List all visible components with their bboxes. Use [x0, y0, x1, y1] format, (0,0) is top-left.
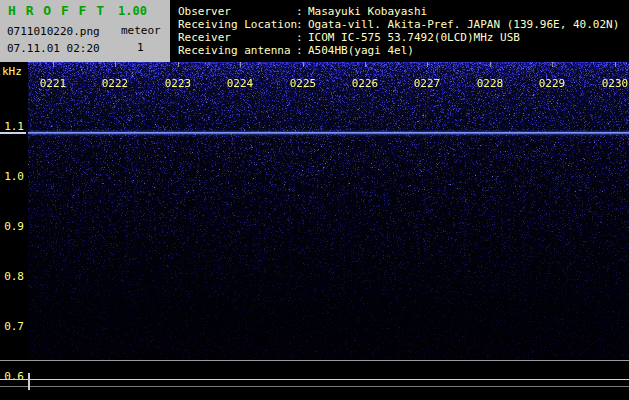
meta-separator: :: [296, 5, 308, 18]
app-title: H R O F F T: [8, 3, 105, 18]
y-tick-0.7: 0.7: [0, 321, 24, 333]
x-tick-0221: 0221: [38, 78, 68, 90]
x-tick-0224: 0224: [225, 78, 255, 90]
meta-value: Ogata-vill. Akita-Pref. JAPAN (139.96E, …: [308, 18, 619, 31]
x-tick-0226: 0226: [350, 78, 380, 90]
minute-tick: [490, 62, 491, 67]
echo-count: 1: [137, 41, 144, 54]
carrier-line: [28, 132, 629, 134]
signal-level-baseline-dim: [0, 386, 629, 387]
minute-tick: [365, 62, 366, 67]
minute-tick: [178, 62, 179, 67]
meta-separator: :: [296, 31, 308, 44]
minute-tick: [552, 62, 553, 67]
minute-tick: [115, 62, 116, 67]
y-tick-0.8: 0.8: [0, 271, 24, 283]
x-tick-0230: 0230: [600, 78, 629, 90]
meta-label: Receiver: [178, 31, 296, 44]
x-tick-0227: 0227: [412, 78, 442, 90]
spectrogram-noise-canvas: [28, 62, 629, 360]
meta-label: Receiving Location: [178, 18, 296, 31]
minute-tick: [427, 62, 428, 67]
minute-tick: [615, 62, 616, 67]
meta-row-location: Receiving Location:Ogata-vill. Akita-Pre…: [178, 18, 629, 31]
y-axis-unit-label: kHz: [2, 65, 22, 78]
meta-value: Masayuki Kobayashi: [308, 5, 427, 18]
minute-tick: [303, 62, 304, 67]
hrofft-screen: H R O F F T 1.00 0711010220.png meteor 0…: [0, 0, 629, 400]
timestamp: 07.11.01 02:20: [7, 42, 100, 55]
carrier-line-left-dash: [0, 132, 26, 134]
x-tick-0228: 0228: [475, 78, 505, 90]
signal-level-baseline-bright: [0, 379, 629, 380]
app-version: 1.00: [118, 4, 147, 18]
meta-separator: :: [296, 18, 308, 31]
meta-label: Observer: [178, 5, 296, 18]
x-tick-0223: 0223: [163, 78, 193, 90]
y-tick-1.0: 1.0: [0, 171, 24, 183]
meta-row-observer: Observer:Masayuki Kobayashi: [178, 5, 629, 18]
x-tick-0225: 0225: [288, 78, 318, 90]
app-info-panel: H R O F F T 1.00 0711010220.png meteor 0…: [0, 0, 170, 62]
meta-label: Receiving antenna: [178, 44, 296, 57]
meta-separator: :: [296, 44, 308, 57]
meta-row-receiver: Receiver:ICOM IC-575 53.7492(0LCD)MHz US…: [178, 31, 629, 44]
meta-value: ICOM IC-575 53.7492(0LCD)MHz USB: [308, 31, 520, 44]
x-tick-0229: 0229: [537, 78, 567, 90]
mode-label: meteor: [121, 24, 161, 37]
x-tick-0222: 0222: [100, 78, 130, 90]
minute-tick: [240, 62, 241, 67]
y-tick-0.9: 0.9: [0, 221, 24, 233]
spectrogram-bottom-separator: [0, 360, 629, 361]
meta-row-antenna: Receiving antenna:A504HB(yagi 4el): [178, 44, 629, 57]
signal-level-left-tick: [28, 373, 30, 390]
output-filename: 0711010220.png: [7, 25, 100, 38]
spectrogram-plot: kHz 1.1 1.0 0.9 0.8 0.7 0.6 0221 0222 02…: [0, 62, 629, 400]
meta-value: A504HB(yagi 4el): [308, 44, 414, 57]
minute-tick: [53, 62, 54, 67]
y-tick-0.6: 0.6: [0, 371, 24, 383]
observation-metadata-panel: Observer:Masayuki Kobayashi Receiving Lo…: [170, 0, 629, 62]
